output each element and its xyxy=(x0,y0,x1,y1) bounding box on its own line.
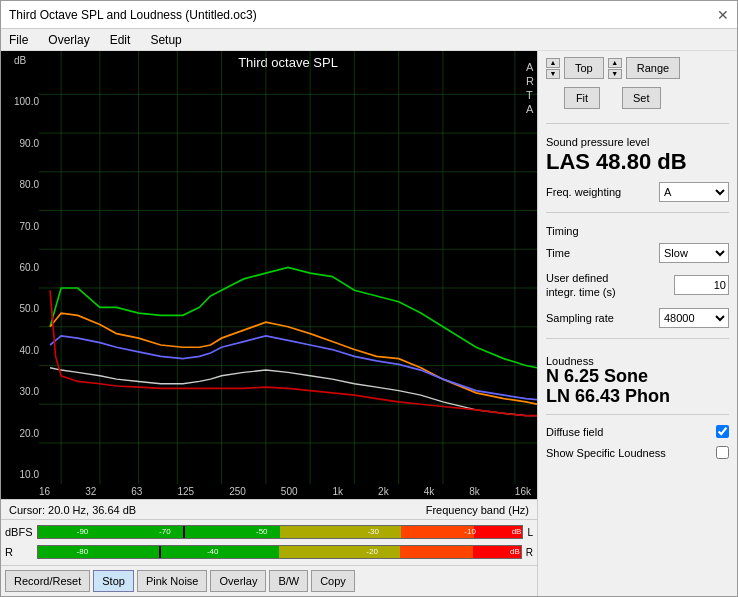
channel-l: L xyxy=(527,527,533,538)
user-integr-label: User definedintegr. time (s) xyxy=(546,271,616,300)
menu-file[interactable]: File xyxy=(5,31,32,49)
loudness-ln: LN 66.43 Phon xyxy=(546,387,729,407)
meter-area: dBFS -90 -70 -50 -30 -10 dB L R xyxy=(1,519,537,565)
y-label-40: 40.0 xyxy=(3,345,39,356)
show-specific-row: Show Specific Loudness xyxy=(546,446,729,459)
y-label-60: 60.0 xyxy=(3,262,39,273)
timing-label: Timing xyxy=(546,225,729,237)
menu-overlay[interactable]: Overlay xyxy=(44,31,93,49)
y-label-80: 80.0 xyxy=(3,179,39,190)
svg-text:A: A xyxy=(526,61,534,73)
bottom-buttons-bar: Record/Reset Stop Pink Noise Overlay B/W… xyxy=(1,565,537,596)
diffuse-field-checkbox[interactable] xyxy=(716,425,729,438)
menu-edit[interactable]: Edit xyxy=(106,31,135,49)
top-controls: ▲ ▼ Top ▲ ▼ Range xyxy=(546,57,729,79)
cursor-info: Cursor: 20.0 Hz, 36.64 dB xyxy=(9,504,136,516)
main-area: dB 100.0 90.0 80.0 70.0 60.0 50.0 40.0 3… xyxy=(1,51,737,596)
x-label-2k: 2k xyxy=(378,486,389,497)
db-label: dB xyxy=(3,55,37,66)
user-integr-row: User definedintegr. time (s) xyxy=(546,271,729,300)
x-label-8k: 8k xyxy=(469,486,480,497)
x-label-125: 125 xyxy=(177,486,194,497)
range-button[interactable]: Range xyxy=(626,57,680,79)
x-label-1k: 1k xyxy=(333,486,344,497)
stop-button[interactable]: Stop xyxy=(93,570,134,592)
right-panel: ▲ ▼ Top ▲ ▼ Range Fit Set Sound pressure xyxy=(537,51,737,596)
user-integr-input[interactable] xyxy=(674,275,729,295)
top-button[interactable]: Top xyxy=(564,57,604,79)
svg-text:A: A xyxy=(526,102,534,114)
set-button[interactable]: Set xyxy=(622,87,661,109)
time-label: Time xyxy=(546,247,570,259)
range-spinner: ▲ ▼ xyxy=(608,58,622,79)
spl-value: LAS 48.80 dB xyxy=(546,150,729,174)
sampling-rate-label: Sampling rate xyxy=(546,312,614,324)
time-row: Time Fast Slow Impulse Peak xyxy=(546,243,729,263)
window-title: Third Octave SPL and Loudness (Untitled.… xyxy=(9,8,257,22)
menu-bar: File Overlay Edit Setup xyxy=(1,29,737,51)
freq-weighting-label: Freq. weighting xyxy=(546,186,621,198)
svg-text:T: T xyxy=(526,89,533,101)
loudness-section: Loudness N 6.25 Sone LN 66.43 Phon xyxy=(546,351,729,407)
divider-2 xyxy=(546,212,729,213)
diffuse-field-label: Diffuse field xyxy=(546,426,603,438)
y-label-20: 20.0 xyxy=(3,428,39,439)
x-label-500: 500 xyxy=(281,486,298,497)
sampling-rate-select[interactable]: 44100 48000 96000 xyxy=(659,308,729,328)
svg-text:R: R xyxy=(526,75,534,87)
spl-section-label: Sound pressure level xyxy=(546,136,729,148)
x-axis: 16 32 63 125 250 500 1k 2k 4k 8k 16k xyxy=(1,484,537,499)
freq-weighting-row: Freq. weighting A B C Z xyxy=(546,182,729,202)
y-label-10: 10.0 xyxy=(3,469,39,480)
record-reset-button[interactable]: Record/Reset xyxy=(5,570,90,592)
freq-band-label: Frequency band (Hz) xyxy=(426,504,529,516)
top-spinner: ▲ ▼ xyxy=(546,58,560,79)
y-label-30: 30.0 xyxy=(3,386,39,397)
channel-r: R xyxy=(526,547,533,558)
spl-section: Sound pressure level LAS 48.80 dB xyxy=(546,132,729,176)
y-label-70: 70.0 xyxy=(3,221,39,232)
range-up-button[interactable]: ▲ xyxy=(608,58,622,68)
dbfs-label: dBFS xyxy=(5,526,33,538)
freq-weighting-select[interactable]: A B C Z xyxy=(659,182,729,202)
x-label-32: 32 xyxy=(85,486,96,497)
top-up-button[interactable]: ▲ xyxy=(546,58,560,68)
bw-button[interactable]: B/W xyxy=(269,570,308,592)
copy-button[interactable]: Copy xyxy=(311,570,355,592)
y-label-90: 90.0 xyxy=(3,138,39,149)
title-bar: Third Octave SPL and Loudness (Untitled.… xyxy=(1,1,737,29)
loudness-label: Loudness xyxy=(546,355,729,367)
loudness-n: N 6.25 Sone xyxy=(546,367,729,387)
divider-4 xyxy=(546,414,729,415)
pink-noise-button[interactable]: Pink Noise xyxy=(137,570,208,592)
show-specific-label: Show Specific Loudness xyxy=(546,447,666,459)
r-label: R xyxy=(5,546,33,558)
range-down-button[interactable]: ▼ xyxy=(608,69,622,79)
menu-setup[interactable]: Setup xyxy=(146,31,185,49)
top-down-button[interactable]: ▼ xyxy=(546,69,560,79)
fit-controls: Fit Set xyxy=(546,87,729,109)
cursor-info-bar: Cursor: 20.0 Hz, 36.64 dB Frequency band… xyxy=(1,499,537,519)
divider-3 xyxy=(546,338,729,339)
chart-section: dB 100.0 90.0 80.0 70.0 60.0 50.0 40.0 3… xyxy=(1,51,537,596)
x-label-16: 16 xyxy=(39,486,50,497)
x-label-4k: 4k xyxy=(424,486,435,497)
y-label-50: 50.0 xyxy=(3,303,39,314)
show-specific-checkbox[interactable] xyxy=(716,446,729,459)
close-button[interactable]: ✕ xyxy=(717,7,729,23)
x-label-250: 250 xyxy=(229,486,246,497)
chart-container: dB 100.0 90.0 80.0 70.0 60.0 50.0 40.0 3… xyxy=(1,51,537,499)
x-label-16k: 16k xyxy=(515,486,531,497)
fit-button[interactable]: Fit xyxy=(564,87,600,109)
time-select[interactable]: Fast Slow Impulse Peak xyxy=(659,243,729,263)
y-label-100: 100.0 xyxy=(3,96,39,107)
x-label-63: 63 xyxy=(131,486,142,497)
divider-1 xyxy=(546,123,729,124)
sampling-rate-row: Sampling rate 44100 48000 96000 xyxy=(546,308,729,328)
diffuse-field-row: Diffuse field xyxy=(546,425,729,438)
main-window: Third Octave SPL and Loudness (Untitled.… xyxy=(0,0,738,597)
overlay-button[interactable]: Overlay xyxy=(210,570,266,592)
